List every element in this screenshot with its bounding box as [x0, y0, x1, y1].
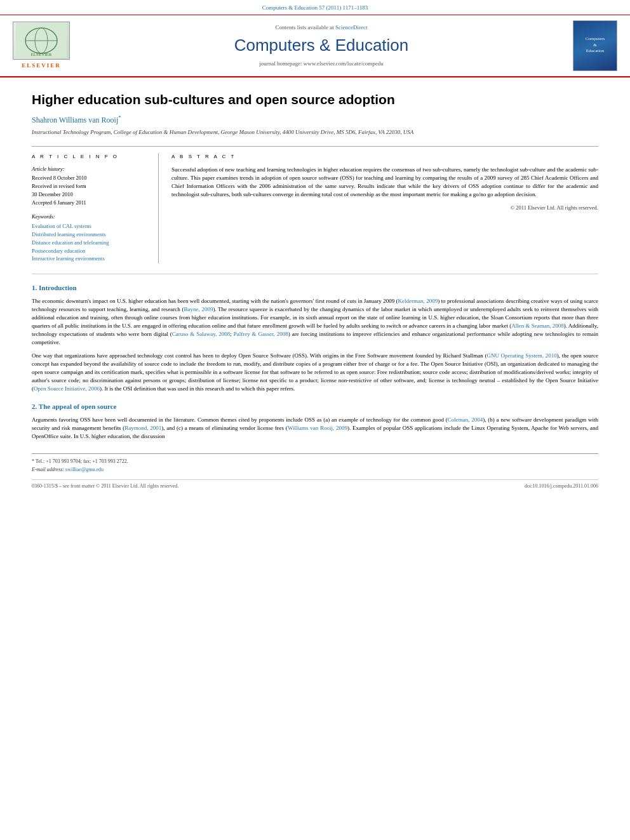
- section-divider: [32, 274, 598, 274]
- section-2-title: The appeal of open source: [39, 403, 117, 410]
- journal-header-left: ELSEVIER ELSEVIER: [6, 22, 76, 70]
- keyword-4: Postsecondary education: [32, 248, 149, 255]
- author-name: Shahron Williams van Rooij*: [32, 114, 598, 126]
- keyword-2: Distributed learning environments: [32, 231, 149, 239]
- journal-header: ELSEVIER ELSEVIER Contents lists availab…: [0, 15, 630, 77]
- sciencedirect-link[interactable]: ScienceDirect: [335, 24, 367, 30]
- abstract-text: Successful adoption of new teaching and …: [171, 166, 598, 212]
- page: Computers & Education 57 (2011) 1171–118…: [0, 0, 630, 840]
- keywords-label: Keywords:: [32, 213, 149, 221]
- ref-kelderman[interactable]: Kelderman, 2009: [398, 298, 438, 304]
- article-info-column: A R T I C L E I N F O Article history: R…: [32, 153, 159, 263]
- abstract-column: A B S T R A C T Successful adoption of n…: [171, 153, 598, 263]
- section-1-para-2: One way that organizations have approach…: [32, 352, 598, 393]
- section-1-number: 1.: [32, 284, 39, 291]
- journal-citation: Computers & Education 57 (2011) 1171–118…: [262, 4, 368, 11]
- article-info-label: A R T I C L E I N F O: [32, 153, 149, 160]
- section-2-body: Arguments favoring OSS have been well do…: [32, 416, 598, 441]
- main-content: Higher education sub-cultures and open s…: [0, 77, 630, 503]
- keyword-1: Evaluation of CAL systems: [32, 223, 149, 230]
- history-label: Article history:: [32, 166, 149, 173]
- article-info-abstract: A R T I C L E I N F O Article history: R…: [32, 146, 598, 263]
- footer-rights: 0360-1315/$ – see front matter © 2011 El…: [32, 483, 178, 490]
- footer-notes: * Tel.: +1 703 993 9704; fax: +1 703 993…: [32, 453, 598, 473]
- cover-line1: Computers: [586, 36, 605, 43]
- copyright: © 2011 Elsevier Ltd. All rights reserved…: [171, 204, 598, 211]
- journal-cover-image: Computers & Education: [573, 20, 617, 71]
- ref-caruso[interactable]: Caruso & Salaway, 2008: [172, 331, 230, 337]
- accepted-date: Accepted 6 January 2011: [32, 199, 149, 207]
- received-revised-label: Received in revised form: [32, 183, 149, 190]
- keyword-3: Distance education and telelearning: [32, 239, 149, 247]
- received-date: Received 8 October 2010: [32, 175, 149, 182]
- journal-homepage: journal homepage: www.elsevier.com/locat…: [76, 60, 566, 68]
- sciencedirect-line: Contents lists available at ScienceDirec…: [76, 23, 566, 32]
- section-1-body: The economic downturn's impact on U.S. h…: [32, 297, 598, 394]
- svg-text:ELSEVIER: ELSEVIER: [30, 52, 51, 57]
- section-appeal: 2. The appeal of open source Arguments f…: [32, 402, 598, 441]
- abstract-label: A B S T R A C T: [171, 153, 598, 160]
- footer-doi: doi:10.1016/j.compedu.2011.01.006: [525, 483, 598, 490]
- keyword-5: Interactive learning environments: [32, 255, 149, 263]
- journal-header-right: Computers & Education: [566, 20, 624, 71]
- footer-note-email: E-mail address: swilliae@gmu.edu: [32, 466, 598, 473]
- top-citation-bar: Computers & Education 57 (2011) 1171–118…: [0, 0, 630, 15]
- elsevier-name: ELSEVIER: [22, 62, 61, 70]
- elsevier-image: ELSEVIER: [13, 22, 70, 60]
- ref-palfrey[interactable]: Palfrey & Gasser, 2008: [234, 331, 288, 337]
- footer-note-1: * Tel.: +1 703 993 9704; fax: +1 703 993…: [32, 458, 598, 465]
- section-1-heading: 1. Introduction: [32, 283, 598, 293]
- ref-allen-seaman[interactable]: Allen & Seaman, 2008: [511, 323, 564, 329]
- abstract-paragraph: Successful adoption of new teaching and …: [171, 166, 598, 199]
- ref-bayne[interactable]: Bayne, 2009: [184, 306, 213, 312]
- cover-line2: &: [593, 43, 596, 49]
- ref-coleman[interactable]: Coleman, 2004: [448, 417, 483, 423]
- section-introduction: 1. Introduction The economic downturn's …: [32, 283, 598, 393]
- email-label: E-mail address:: [32, 467, 65, 472]
- email-address[interactable]: swilliae@gmu.edu: [65, 467, 104, 472]
- footer-bottom: 0360-1315/$ – see front matter © 2011 El…: [32, 479, 598, 490]
- author-sup: *: [118, 114, 121, 121]
- ref-raymond[interactable]: Raymond, 2001: [124, 425, 161, 431]
- journal-title: Computers & Education: [76, 34, 566, 57]
- elsevier-logo: ELSEVIER ELSEVIER: [6, 22, 76, 70]
- section-2-para-1: Arguments favoring OSS have been well do…: [32, 416, 598, 441]
- section-2-number: 2.: [32, 403, 39, 410]
- ref-gnu[interactable]: GNU Operating System, 2010: [486, 352, 556, 359]
- sciencedirect-prefix: Contents lists available at: [276, 24, 335, 30]
- ref-vanrooij[interactable]: Williams van Rooij, 2009: [288, 425, 347, 431]
- revised-date: 30 December 2010: [32, 191, 149, 199]
- section-1-title: Introduction: [39, 284, 77, 291]
- section-1-para-1: The economic downturn's impact on U.S. h…: [32, 297, 598, 347]
- cover-line3: Education: [586, 48, 604, 55]
- section-2-heading: 2. The appeal of open source: [32, 402, 598, 411]
- article-title: Higher education sub-cultures and open s…: [32, 90, 598, 109]
- ref-osi[interactable]: Open Source Initiative, 2006: [34, 385, 100, 392]
- journal-header-center: Contents lists available at ScienceDirec…: [76, 23, 566, 68]
- affiliation: Instructional Technology Program, Colleg…: [32, 128, 598, 137]
